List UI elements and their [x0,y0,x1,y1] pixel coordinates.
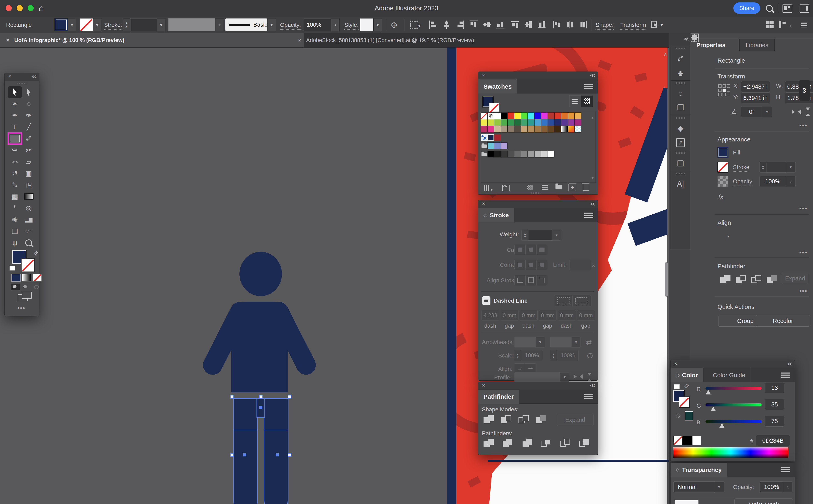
zoom-tool[interactable] [22,237,36,249]
minus-front-icon[interactable] [735,275,747,285]
stroke-color-swatch[interactable] [80,18,93,31]
swatch-875d31[interactable] [541,126,548,133]
document-setup-globe-icon[interactable]: ⊕ [391,20,398,29]
align-right-icon[interactable] [690,60,699,69]
isolate-selection-icon[interactable] [650,20,659,29]
swatch-000000[interactable] [501,112,508,119]
mesh-tool[interactable]: ▦ [8,191,22,202]
selection-center-point[interactable] [276,453,279,456]
color-mode-button[interactable] [11,274,21,282]
color-spectrum-bar[interactable] [673,447,788,458]
swatch-222a6d[interactable] [554,119,561,126]
divide-icon[interactable] [483,438,495,449]
rectangle-tool[interactable] [8,133,22,144]
pencil-tool[interactable]: ✏ [8,144,22,156]
hand-tool[interactable]: ψ [8,237,22,249]
rotate-tool[interactable]: ↺ [8,167,22,179]
panel-menu-icon[interactable] [781,373,790,378]
out-of-gamut-cube-icon[interactable]: ◇ [676,412,680,419]
align-middle-icon[interactable] [483,20,491,29]
swatch-b78d5a[interactable] [528,126,534,133]
swatch-e23527[interactable] [508,112,514,119]
trim-icon[interactable] [502,438,514,449]
drag-handle[interactable] [676,82,685,84]
shape-label[interactable]: Shape: [596,22,614,30]
free-transform-tool[interactable]: ▣ [22,167,36,179]
swatch-e0368b[interactable] [487,126,494,133]
style-swatch[interactable] [360,18,374,31]
workspace-layout-icon[interactable] [783,4,792,13]
opacity-swatch[interactable] [717,176,728,187]
swatch-libraries-icon[interactable] [484,185,490,191]
reflect-tool[interactable]: ◅▻ [8,156,22,167]
stroke-weight-dropdown[interactable]: ▾ [157,18,165,31]
search-icon[interactable] [766,5,773,12]
minus-back-icon[interactable] [579,438,590,449]
x-field[interactable]: −2.9487 i [741,81,770,92]
column-graph-tool[interactable]: ▂▆ [22,214,36,225]
stroke-color-dropdown[interactable]: ▾ [93,18,101,31]
selection-anchor[interactable] [230,453,234,457]
swatch-6fc6d9[interactable] [487,142,494,149]
shear-tool[interactable]: ▱ [22,156,36,167]
selection-anchor[interactable] [230,395,234,399]
channel-value-B[interactable]: 75 [765,416,784,427]
stroke-weight-stepper[interactable]: ▴▾ [759,162,767,173]
swatch-options-icon[interactable] [542,185,548,190]
blend-mode-chevron[interactable]: ▾ [714,481,724,492]
magic-wand-tool[interactable]: ✶ [8,98,22,110]
selection-anchor[interactable] [288,395,291,399]
new-color-group-icon[interactable] [555,185,562,189]
swatch-scroll-down-icon[interactable]: ▾ [591,175,594,181]
selection-tool[interactable] [8,86,22,98]
swatch-pattern-floral[interactable] [481,134,487,141]
more-appearance-options[interactable]: ••• [799,205,808,212]
opacity-field[interactable]: 100% [760,481,784,492]
color-group-folder-icon[interactable] [481,151,487,157]
gradient-tool[interactable] [22,191,36,202]
swap-fill-stroke-icon[interactable]: ⇄ [682,382,690,390]
draw-behind-button[interactable] [22,284,30,290]
recolor-button[interactable]: Recolor [756,315,810,327]
swatch-ecb054[interactable] [575,112,581,119]
more-transform-options[interactable]: ••• [799,122,808,129]
fill-swatch[interactable] [717,147,728,158]
channel-slider-G[interactable] [705,403,762,406]
intersect-icon[interactable] [751,275,762,285]
swatch-7b8bce[interactable] [494,142,501,149]
swatch-6a6a6a[interactable] [514,151,521,157]
swatch-94c83e[interactable] [494,119,501,126]
swatch-scroll-up-icon[interactable]: ▴ [591,115,594,121]
distribute-right-icon[interactable] [579,20,588,29]
close-panel-icon[interactable]: × [482,382,485,389]
default-fill-stroke-icon[interactable] [674,384,680,389]
variable-width-chevron[interactable]: ▾ [267,18,276,31]
unite-icon[interactable] [720,275,731,285]
transparency-tab[interactable]: ◇Transparency [671,463,727,477]
swatch-gradient-orange[interactable] [568,126,575,133]
shaper-tool[interactable]: ✎ [8,179,22,191]
align-middle-icon[interactable] [690,78,699,87]
white-swatch[interactable] [692,436,701,445]
drag-handle[interactable] [676,117,685,119]
collapse-panel-icon[interactable]: ≪ [787,361,791,367]
make-mask-button[interactable]: Make Mask [734,499,793,504]
swatch-da3a2b[interactable] [554,112,561,119]
line-segment-tool[interactable]: ╱ [22,121,36,133]
tab-libraries[interactable]: Libraries [739,39,775,51]
panel-resize-handle[interactable] [531,192,540,194]
dashed-line-checkbox[interactable] [482,296,490,305]
panel-drag-handle[interactable] [17,83,26,84]
collapse-panel-icon[interactable]: ≪ [590,382,595,388]
swatch-f1ea4e[interactable] [481,119,487,126]
selection-center-point[interactable] [259,406,262,409]
link-dimensions-icon[interactable]: ∞ [799,80,810,101]
intersect-icon[interactable] [518,415,529,425]
document-tab-active[interactable]: × UofA Infographic* @ 100 % (RGB/Preview… [0,33,304,47]
curvature-tool[interactable]: ✑ [22,110,36,121]
opacity-label[interactable]: Opacity [733,178,752,186]
draw-normal-button[interactable] [11,284,20,290]
stroke-weight-stepper[interactable]: ▴▾ [123,18,130,31]
swatch-4fae4b[interactable] [501,119,508,126]
swatch-themes-icon[interactable] [502,185,510,191]
